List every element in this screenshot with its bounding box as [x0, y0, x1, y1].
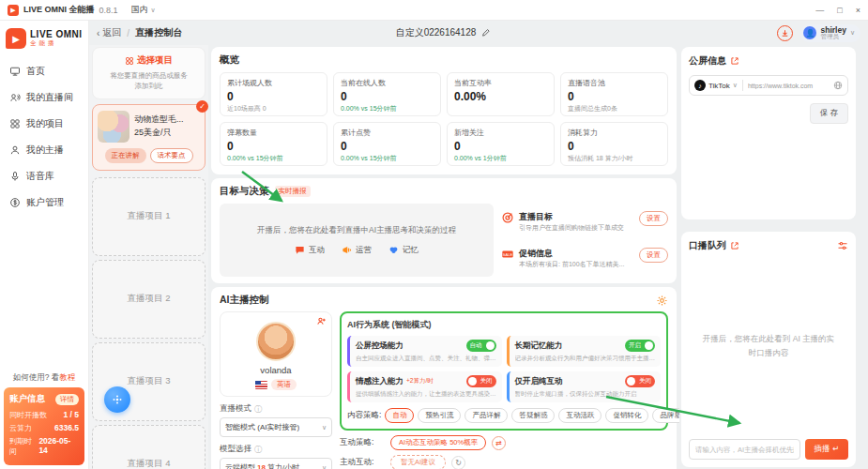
proactive-suggestion-pill[interactable]: 暂无AI建议 — [390, 455, 446, 469]
explaining-button[interactable]: 正在讲解 — [105, 148, 146, 163]
overview-card: 概览 累计场观人数 0 近10场最高 0 当前在线人数 0 0.00% vs 1… — [211, 47, 677, 174]
ai-decision-feed-empty: 开播后，您将在此处看到直播中AI主播思考和决策的过程 互动 运营 — [220, 204, 494, 277]
tutorial-link[interactable]: 教程 — [59, 372, 75, 382]
external-link-icon[interactable] — [730, 56, 739, 66]
maximize-button[interactable]: □ — [837, 6, 842, 15]
stat-total-viewers: 累计场观人数 0 近10场最高 0 — [220, 72, 327, 116]
legend-label: 运营 — [356, 245, 372, 256]
assistant-dots-icon — [111, 393, 124, 406]
sidebar-item-home[interactable]: 首页 — [4, 58, 84, 84]
ability-toggle[interactable]: 自动 — [466, 340, 496, 352]
insert-label: 插播 — [815, 444, 830, 453]
select-project-card[interactable]: 选择项目 将您要直播的商品或服务 添加到此 — [92, 47, 206, 99]
project-slot-1[interactable]: 直播项目 1 — [92, 177, 206, 256]
tiktok-icon: ♪ — [694, 80, 706, 91]
toggle-label: 关闭 — [637, 377, 653, 386]
legend-label: 互动 — [309, 245, 325, 256]
product-card-selected[interactable]: ✓ 动物造型毛... 25美金/只 正在讲解 话术要点 — [92, 104, 206, 171]
external-link-icon[interactable] — [730, 241, 739, 250]
gear-icon[interactable] — [656, 295, 668, 307]
account-row: 到期时间 2026-05-14 — [9, 436, 79, 457]
strategy-pill-qa[interactable]: 答疑解惑 — [511, 408, 555, 423]
ability-subtitle: 暂时停止常规口播，仅保持公屏互动能力开启 — [515, 390, 656, 399]
ability-toggle[interactable]: 关闭 — [625, 375, 655, 387]
sidebar-item-anchors[interactable]: 我的主播 — [4, 137, 84, 163]
anchor-avatar — [256, 322, 296, 361]
legend-operation: 运营 — [342, 245, 372, 256]
select-project-subtitle: 添加到此 — [98, 81, 200, 91]
model-power: 18 — [257, 463, 266, 469]
promo-settings-button[interactable]: 设置 — [639, 248, 668, 263]
insert-broadcast-button[interactable]: 插播 ↵ — [805, 439, 849, 460]
divider — [742, 80, 743, 91]
stat-label: 弹幕数量 — [227, 128, 320, 138]
goal-subtitle: 引导用户在直播间购物链接下单成交 — [519, 223, 634, 233]
close-button[interactable]: × — [856, 6, 860, 15]
stat-danmaku-count: 弹幕数量 0 0.00% vs 15分钟前 — [220, 122, 327, 166]
select-project-icon — [125, 56, 134, 66]
ability-pure-interaction: 仅开启纯互动 关闭 暂时停止常规口播，仅保持公屏互动能力开启 — [507, 371, 662, 402]
add-anchor-icon[interactable] — [316, 316, 327, 326]
strategy-pill-auto[interactable]: 自动 — [385, 408, 414, 423]
chevron-down-icon: ∨ — [850, 29, 855, 37]
sidebar-item-account[interactable]: 账户管理 — [4, 189, 84, 216]
app-name: LIVE OMNI 全能播 — [23, 4, 95, 16]
strategy-pill-interaction[interactable]: 互动活跃 — [558, 408, 602, 423]
stat-subtext: 0.00% vs 15分钟前 — [341, 154, 434, 163]
stat-label: 累计点赞 — [341, 128, 434, 138]
save-url-button[interactable]: 保 存 — [810, 103, 848, 124]
strategy-pill-warmup[interactable]: 预热引流 — [418, 408, 461, 423]
microphone-icon — [9, 171, 21, 182]
sidebar-item-projects[interactable]: 我的项目 — [4, 111, 84, 137]
live-mode-select[interactable]: 智能模式 (AI实时接管) ∨ — [220, 417, 332, 437]
account-row: 云算力 6336.5 — [9, 423, 79, 433]
help-line: 如何使用? 看教程 — [4, 369, 84, 387]
help-text: 如何使用? 看 — [13, 372, 60, 382]
info-icon: ⓘ — [254, 404, 262, 415]
project-slot-4[interactable]: 直播项目 4 — [92, 425, 206, 469]
model-select[interactable]: 云端模型 18 算力/小时 ∨ — [220, 458, 332, 469]
shuffle-icon[interactable]: ⇄ — [492, 436, 506, 450]
toggle-label: 开启 — [627, 341, 643, 350]
proactive-interaction-label: 主动互动: — [340, 457, 385, 468]
stat-value: 0 — [568, 140, 661, 153]
platform-select-chevron-icon[interactable]: ∨ — [733, 82, 738, 89]
live-target-settings-button[interactable]: 设置 — [639, 211, 668, 226]
edit-pencil-icon[interactable] — [480, 28, 490, 38]
page-header: ‹ 返回 / 直播控制台 自定义0226164128 👤 shirley 管理员 — [89, 21, 868, 45]
insert-broadcast-input[interactable] — [689, 439, 800, 460]
download-icon — [781, 29, 789, 38]
goals-card: 目标与决策 实时播报 开播后，您将在此处看到直播中AI主播思考和决策的过程 互动 — [211, 178, 677, 283]
sidebar-logo: ▶ LIVE OMNI 全能播 — [4, 28, 84, 58]
stat-online-now: 当前在线人数 0 0.00% vs 15分钟前 — [333, 72, 441, 116]
region-label: 国内 — [131, 4, 148, 16]
floating-assistant-button[interactable] — [104, 386, 130, 413]
interaction-strategy-pill[interactable]: AI动态互动策略 50%概率 — [390, 435, 486, 450]
back-button[interactable]: ‹ 返回 — [97, 26, 121, 39]
strategy-pill-product-detail[interactable]: 产品详解 — [464, 408, 508, 423]
minimize-button[interactable]: — — [815, 6, 824, 15]
sidebar-item-live-rooms[interactable]: 我的直播间 — [4, 84, 84, 111]
user-menu[interactable]: 👤 shirley 管理员 ∨ — [800, 24, 860, 42]
account-card-title: 账户信息 — [9, 393, 45, 405]
ability-toggle[interactable]: 开启 — [625, 340, 655, 352]
sidebar-item-voice-library[interactable]: 语音库 — [4, 163, 84, 189]
target-icon — [501, 211, 514, 224]
strategy-pill-promo[interactable]: 促销转化 — [605, 408, 648, 423]
stat-label: 消耗算力 — [568, 128, 661, 138]
refresh-icon[interactable]: ↻ — [451, 456, 465, 469]
strategy-pill-brand[interactable]: 品牌塑造 — [652, 408, 679, 423]
stream-url-input[interactable] — [748, 83, 830, 89]
model-name: 云端模型 — [225, 462, 255, 469]
nav-sidebar: ▶ LIVE OMNI 全能播 首页 我的直播间 我的项目 我的主播 语音库 — [0, 21, 89, 469]
script-points-button[interactable]: 话术要点 — [150, 148, 193, 163]
stat-subtext: 直播间总生成0条 — [568, 104, 661, 113]
download-button[interactable] — [777, 25, 793, 41]
region-dropdown[interactable]: 国内 ∨ — [131, 4, 156, 16]
tune-filter-icon[interactable] — [837, 240, 848, 251]
account-details-badge[interactable]: 详情 — [55, 394, 79, 405]
stat-total-likes: 累计点赞 0 0.00% vs 15分钟前 — [333, 122, 441, 166]
project-slot-2[interactable]: 直播项目 2 — [92, 260, 206, 339]
ability-toggle[interactable]: 关闭 — [466, 375, 496, 387]
session-title: 自定义0226164128 — [396, 26, 477, 39]
